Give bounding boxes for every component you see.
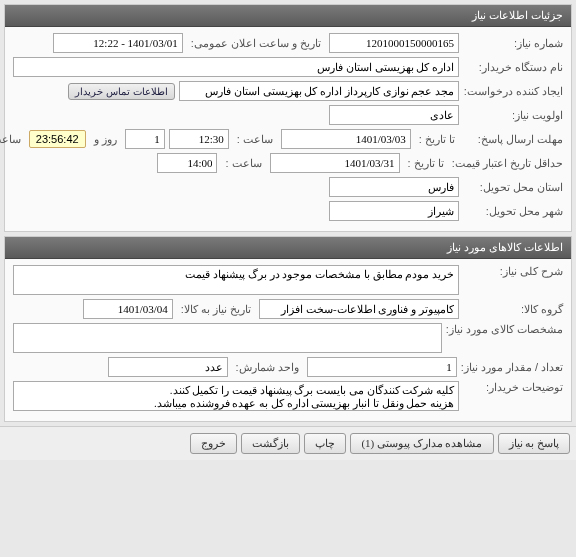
delivery-city-label: شهر محل تحویل: <box>463 205 563 218</box>
back-button[interactable]: بازگشت <box>241 433 300 454</box>
spec-label: مشخصات کالای مورد نیاز: <box>446 323 563 336</box>
deadline-date-input[interactable] <box>281 129 411 149</box>
desc-textarea[interactable] <box>13 265 459 295</box>
panel1-header: جزئیات اطلاعات نیاز <box>5 5 571 27</box>
footer-button-bar: پاسخ به نیاز مشاهده مدارک پیوستی (1) چاپ… <box>0 426 576 460</box>
buyer-contact-button[interactable]: اطلاعات تماس خریدار <box>68 83 175 100</box>
creator-label: ایجاد کننده درخواست: <box>463 85 563 98</box>
price-valid-date-input[interactable] <box>270 153 400 173</box>
remaining-label: ساعت باقی مانده <box>0 133 25 146</box>
days-count-input[interactable] <box>125 129 165 149</box>
delivery-province-input[interactable] <box>329 177 459 197</box>
announce-label: تاریخ و ساعت اعلان عمومی: <box>187 37 325 50</box>
qty-label: تعداد / مقدار مورد نیاز: <box>461 361 563 374</box>
announce-input[interactable] <box>53 33 183 53</box>
need-date-label: تاریخ نیاز به کالا: <box>177 303 255 316</box>
panel1-body: شماره نیاز: تاریخ و ساعت اعلان عمومی: نا… <box>5 27 571 231</box>
buyer-org-input[interactable] <box>13 57 459 77</box>
need-number-label: شماره نیاز: <box>463 37 563 50</box>
delivery-province-label: استان محل تحویل: <box>463 181 563 194</box>
to-date-label: تا تاریخ : <box>415 133 459 146</box>
time-remaining: 23:56:42 <box>29 130 86 148</box>
group-input[interactable] <box>259 299 459 319</box>
unit-label: واحد شمارش: <box>232 361 303 374</box>
deadline-label: مهلت ارسال پاسخ: <box>463 133 563 146</box>
buyer-notes-label: توضیحات خریدار: <box>463 381 563 394</box>
time-label-1: ساعت : <box>233 133 277 146</box>
creator-input[interactable] <box>179 81 459 101</box>
desc-label: شرح کلی نیاز: <box>463 265 563 278</box>
print-button[interactable]: چاپ <box>304 433 346 454</box>
price-valid-time-input[interactable] <box>157 153 217 173</box>
panel2-header: اطلاعات کالاهای مورد نیاز <box>5 237 571 259</box>
unit-input[interactable] <box>108 357 228 377</box>
buyer-notes-textarea[interactable] <box>13 381 459 411</box>
deadline-time-input[interactable] <box>169 129 229 149</box>
need-number-input[interactable] <box>329 33 459 53</box>
spec-textarea[interactable] <box>13 323 442 353</box>
attachments-button[interactable]: مشاهده مدارک پیوستی (1) <box>350 433 493 454</box>
respond-button[interactable]: پاسخ به نیاز <box>498 433 571 454</box>
qty-input[interactable] <box>307 357 457 377</box>
panel2-body: شرح کلی نیاز: گروه کالا: تاریخ نیاز به ک… <box>5 259 571 421</box>
buyer-org-label: نام دستگاه خریدار: <box>463 61 563 74</box>
to-date-label-2: تا تاریخ : <box>404 157 448 170</box>
price-valid-label: حداقل تاریخ اعتبار قیمت: <box>452 157 563 170</box>
group-label: گروه کالا: <box>463 303 563 316</box>
goods-info-panel: اطلاعات کالاهای مورد نیاز شرح کلی نیاز: … <box>4 236 572 422</box>
delivery-city-input[interactable] <box>329 201 459 221</box>
priority-label: اولویت نیاز: <box>463 109 563 122</box>
priority-input[interactable] <box>329 105 459 125</box>
exit-button[interactable]: خروج <box>190 433 237 454</box>
days-label: روز و <box>90 133 121 146</box>
need-details-panel: جزئیات اطلاعات نیاز شماره نیاز: تاریخ و … <box>4 4 572 232</box>
time-label-2: ساعت : <box>221 157 265 170</box>
need-date-input[interactable] <box>83 299 173 319</box>
